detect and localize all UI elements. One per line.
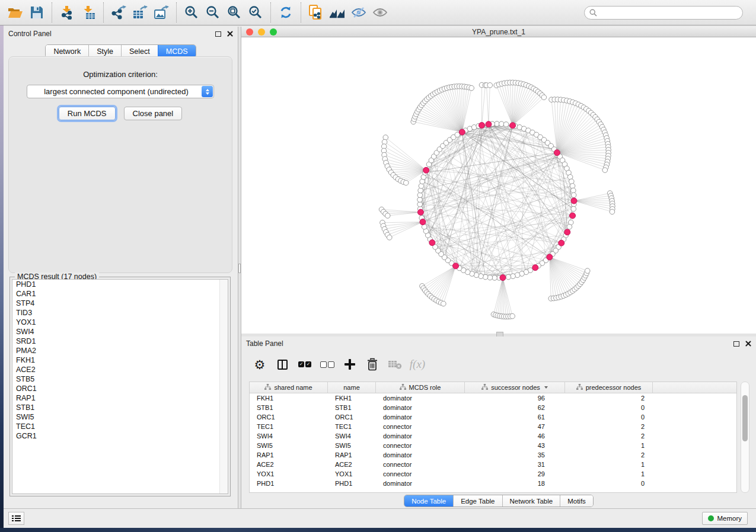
mcds-hub-node[interactable] (479, 123, 485, 129)
import-network-icon[interactable] (56, 3, 78, 22)
network-leaf-node[interactable] (610, 209, 615, 214)
delete-row-icon[interactable] (363, 355, 381, 373)
table-scrollbar[interactable] (741, 382, 749, 493)
mcds-result-node[interactable]: STB1 (12, 403, 228, 412)
mcds-result-node[interactable]: SWI5 (12, 412, 228, 422)
table-row[interactable]: SWI4SWI4dominator462 (250, 431, 736, 441)
network-node[interactable] (418, 188, 423, 193)
mcds-result-node[interactable]: RAP1 (12, 393, 228, 403)
network-node[interactable] (417, 193, 423, 198)
mcds-result-list[interactable]: PHD1CAR1STP4TID3YOX1SWI4SRD1PMA2FKH1ACE2… (12, 279, 228, 494)
show-hidden-icon[interactable] (369, 3, 391, 22)
column-header-predecessor-nodes[interactable]: predecessor nodes (565, 382, 653, 393)
network-node[interactable] (499, 121, 504, 127)
mcds-hub-node[interactable] (429, 240, 435, 246)
add-row-icon[interactable] (341, 355, 359, 373)
mcds-hub-node[interactable] (420, 219, 426, 225)
zoom-selected-icon[interactable] (245, 3, 266, 22)
column-header-successor-nodes[interactable]: successor nodes (465, 382, 565, 393)
clone-network-icon[interactable] (305, 3, 327, 22)
mcds-result-node[interactable]: PHD1 (12, 280, 228, 289)
optimization-criterion-select[interactable]: largest connected component (undirected) (27, 85, 214, 98)
network-node[interactable] (571, 193, 576, 198)
table-row[interactable]: SWI5SWI5connector431 (250, 441, 736, 450)
open-file-icon[interactable] (5, 3, 26, 22)
mcds-hub-node[interactable] (486, 121, 492, 127)
mcds-hub-node[interactable] (571, 198, 577, 204)
mcds-result-node[interactable]: FKH1 (12, 355, 228, 365)
delete-table-icon[interactable] (386, 355, 404, 373)
zoom-out-icon[interactable] (202, 3, 224, 22)
mcds-result-node[interactable]: TEC1 (12, 422, 228, 431)
mcds-result-node[interactable]: STB5 (12, 374, 228, 384)
network-node[interactable] (506, 274, 511, 280)
table-scrollbar-thumb[interactable] (742, 395, 748, 441)
mcds-result-node[interactable]: SWI4 (12, 327, 228, 336)
mcds-result-node[interactable]: YOX1 (12, 318, 228, 327)
tab-mcds[interactable]: MCDS (158, 45, 196, 57)
network-node[interactable] (571, 188, 576, 193)
function-builder-icon[interactable]: f(x) (409, 355, 426, 373)
network-canvas[interactable] (241, 37, 756, 334)
network-node[interactable] (487, 275, 493, 280)
mcds-hub-node[interactable] (554, 150, 560, 156)
zoom-fit-icon[interactable] (224, 3, 245, 22)
tab-network[interactable]: Network (46, 45, 88, 57)
network-node[interactable] (495, 121, 500, 127)
network-node[interactable] (567, 225, 572, 230)
mcds-result-node[interactable]: ORC1 (12, 384, 228, 393)
network-node[interactable] (492, 275, 497, 281)
network-leaf-node[interactable] (383, 135, 388, 140)
deselect-all-icon[interactable] (318, 355, 336, 373)
network-node[interactable] (483, 274, 488, 280)
mcds-hub-node[interactable] (423, 167, 429, 173)
network-leaf-node[interactable] (602, 168, 608, 173)
float-panel-icon[interactable] (733, 341, 739, 347)
mcds-result-node[interactable]: STP4 (12, 299, 228, 308)
mcds-hub-node[interactable] (547, 254, 553, 260)
table-row[interactable]: TEC1TEC1connector472 (250, 422, 736, 431)
save-session-icon[interactable] (26, 3, 47, 22)
network-leaf-node[interactable] (469, 85, 474, 91)
table-row[interactable]: YOX1YOX1connector291 (250, 469, 736, 479)
column-header-name[interactable]: name (328, 382, 376, 393)
table-tab-node-table[interactable]: Node Table (404, 495, 453, 507)
tab-select[interactable]: Select (121, 45, 158, 57)
show-panels-list-button[interactable] (8, 512, 24, 525)
network-leaf-node[interactable] (585, 268, 590, 274)
mcds-hub-node[interactable] (510, 123, 516, 129)
table-tab-edge-table[interactable]: Edge Table (453, 495, 502, 507)
run-mcds-button[interactable]: Run MCDS (59, 107, 116, 120)
mcds-hub-node[interactable] (500, 275, 506, 281)
network-graph[interactable] (241, 37, 756, 334)
network-leaf-node[interactable] (541, 95, 547, 100)
close-panel-icon[interactable] (227, 31, 233, 37)
table-tab-motifs[interactable]: Motifs (560, 495, 593, 507)
mcds-hub-node[interactable] (417, 209, 423, 215)
export-table-icon[interactable] (129, 3, 151, 22)
network-node[interactable] (417, 197, 423, 203)
float-panel-icon[interactable] (215, 31, 221, 37)
select-all-icon[interactable]: ✓✓ (296, 355, 314, 373)
table-row[interactable]: PHD1PHD1dominator180 (250, 479, 736, 488)
refresh-icon[interactable] (275, 3, 296, 22)
close-panel-button[interactable]: Close panel (124, 107, 183, 120)
table-row[interactable]: FKH1FKH1dominator962 (250, 393, 736, 403)
network-leaf-node[interactable] (385, 213, 390, 219)
memory-button[interactable]: Memory (702, 512, 748, 525)
mcds-hub-node[interactable] (570, 213, 576, 219)
column-header-MCDS-role[interactable]: MCDS role (376, 382, 465, 393)
table-settings-icon[interactable]: ⚙ (251, 355, 269, 373)
network-node[interactable] (417, 202, 423, 207)
column-header-shared-name[interactable]: shared name (250, 382, 328, 393)
mcds-hub-node[interactable] (459, 129, 465, 135)
mcds-result-node[interactable]: SRD1 (12, 336, 228, 346)
network-window-titlebar[interactable]: YPA_prune.txt_1 (241, 27, 756, 37)
network-leaf-node[interactable] (387, 235, 392, 241)
mcds-hub-node[interactable] (559, 240, 564, 246)
table-row[interactable]: STB1STB1dominator620 (250, 403, 736, 412)
mcds-result-node[interactable]: ACE2 (12, 365, 228, 374)
network-leaf-node[interactable] (510, 313, 515, 319)
tab-style[interactable]: Style (88, 45, 121, 57)
network-leaf-node[interactable] (487, 83, 493, 88)
